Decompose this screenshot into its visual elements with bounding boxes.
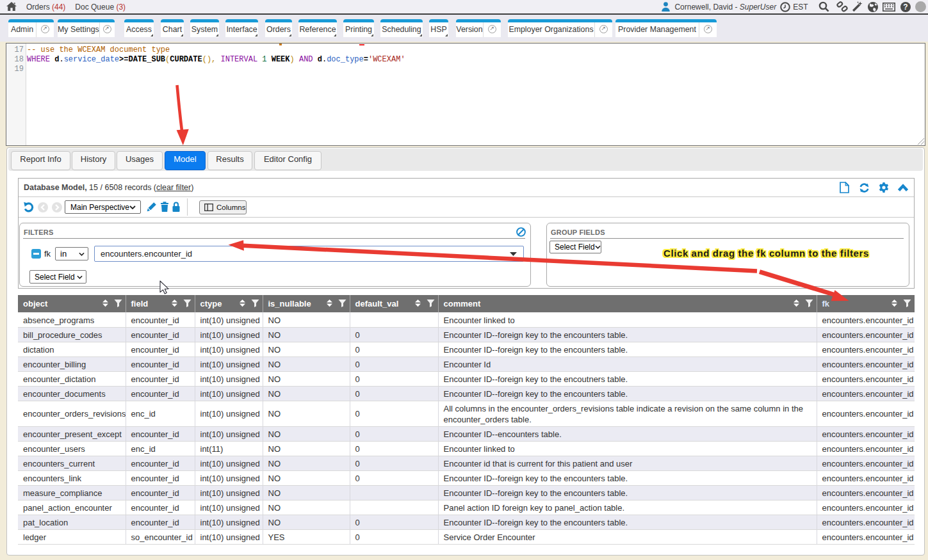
svg-text:?: ? [903, 3, 908, 12]
